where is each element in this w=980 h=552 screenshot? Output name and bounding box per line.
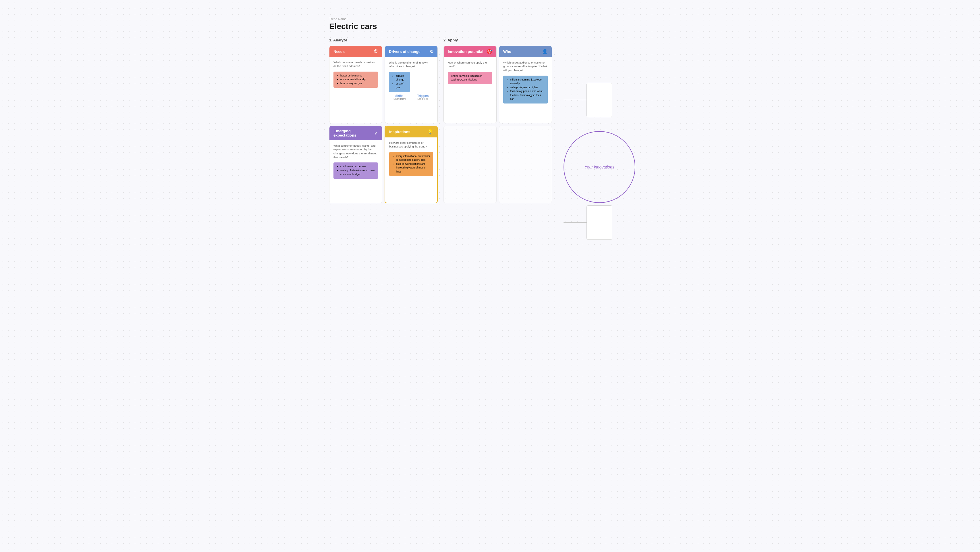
connector-box-top	[587, 83, 612, 117]
needs-list: better performance environmental friendl…	[336, 74, 375, 86]
who-title: Who	[503, 49, 511, 54]
innovations-circle[interactable]: Your innovations	[563, 131, 635, 203]
apply-section: 2. Apply Innovation potential 🎯 How or w…	[444, 38, 552, 203]
who-body: Which target audience or customer groups…	[499, 57, 552, 123]
analyze-section: 1. Analyze Needs ⏱ Which consumer needs …	[329, 38, 438, 203]
innovation-card[interactable]: Innovation potential 🎯 How or where can …	[444, 46, 496, 123]
main-layout: 1. Analyze Needs ⏱ Which consumer needs …	[329, 38, 651, 240]
triggers-col: Triggers Triggers (Long term)	[412, 72, 433, 101]
drivers-item-2: cost of gas	[396, 82, 407, 90]
drivers-card[interactable]: Drivers of change ↻ Why is the trend eme…	[385, 46, 438, 123]
who-icon: 👤	[542, 49, 548, 54]
apply-cards: Innovation potential 🎯 How or where can …	[444, 46, 552, 123]
connector-line-top	[563, 100, 587, 101]
inspirations-card[interactable]: Inspirations 💡 How are other companies o…	[385, 126, 438, 203]
triggers-label-vis: Triggers	[417, 94, 428, 97]
inspirations-sticky: every international automaker is introdu…	[389, 152, 433, 176]
needs-item-1: better performance	[340, 74, 375, 78]
innovation-header: Innovation potential 🎯	[444, 46, 496, 57]
innovations-text: Your innovations	[584, 165, 614, 169]
who-item-1: millenials earning $100,000 annually	[510, 78, 545, 86]
right-section: Your innovations	[563, 48, 635, 240]
apply-label: 2. Apply	[444, 38, 552, 42]
shifts-sub: (Short term)	[393, 97, 406, 101]
who-card[interactable]: Who 👤 Which target audience or customer …	[499, 46, 552, 123]
needs-card[interactable]: Needs ⏱ Which consumer needs or desires …	[329, 46, 382, 123]
who-header: Who 👤	[499, 46, 552, 57]
innovation-title: Innovation potential	[448, 49, 484, 54]
innovation-sticky: long-term vision focused on scaling CO2 …	[448, 72, 492, 84]
needs-question: Which consumer needs or desires do the t…	[334, 61, 378, 68]
drivers-icon: ↻	[430, 49, 433, 54]
drivers-divider	[411, 72, 411, 101]
emerging-item-2: variety of electric cars to meet consume…	[340, 169, 375, 177]
analyze-cards: Needs ⏱ Which consumer needs or desires …	[329, 46, 438, 123]
needs-icon: ⏱	[373, 49, 378, 54]
needs-body: Which consumer needs or desires do the t…	[329, 57, 382, 123]
analyze-bottom-cards: Emerging expectations ✓ What consumer ne…	[329, 126, 438, 203]
emerging-title: Emerging expectations	[334, 129, 374, 137]
drivers-question: Why is the trend emerging now? What does…	[389, 61, 433, 69]
who-item-2: college degree or higher	[510, 86, 545, 90]
connector-top	[563, 83, 635, 117]
apply-bottom-cards	[444, 126, 552, 203]
emerging-sticky: cut down on expenses variety of electric…	[334, 163, 378, 179]
who-item-3: tech-savvy people who want the best tech…	[510, 89, 545, 101]
emerging-body: What consumer needs, wants, and expectat…	[329, 140, 382, 203]
drivers-columns: climate change cost of gas Shifts (Short…	[389, 72, 433, 101]
drivers-sticky: climate change cost of gas	[389, 72, 410, 92]
who-sticky: millenials earning $100,000 annually col…	[503, 76, 548, 104]
innovation-question: How or where can you apply the trend?	[448, 61, 492, 69]
apply-bottom-1[interactable]	[444, 126, 496, 203]
needs-sticky: better performance environmental friendl…	[334, 72, 378, 88]
drivers-list: climate change cost of gas	[392, 74, 407, 90]
trend-title: Electric cars	[329, 22, 651, 31]
connector-bottom	[563, 205, 635, 240]
inspirations-title: Inspirations	[389, 130, 410, 134]
inspirations-header: Inspirations 💡	[385, 126, 437, 137]
emerging-list: cut down on expenses variety of electric…	[336, 165, 375, 177]
connector-box-bottom	[587, 205, 612, 240]
connector-line-bottom	[563, 222, 587, 223]
innovation-icon: 🎯	[487, 49, 492, 54]
inspirations-item-1: every international automaker is introdu…	[396, 155, 430, 162]
inspirations-question: How are other companies or businesses ap…	[389, 141, 433, 148]
needs-title: Needs	[334, 49, 345, 54]
inspirations-body: How are other companies or businesses ap…	[385, 137, 437, 203]
who-list: millenials earning $100,000 annually col…	[506, 78, 545, 101]
trend-label: Trend Name:	[329, 17, 651, 21]
needs-item-3: less money on gas	[340, 81, 375, 86]
needs-header: Needs ⏱	[329, 46, 382, 57]
shifts-label: Shifts	[396, 94, 404, 97]
drivers-header: Drivers of change ↻	[385, 46, 438, 57]
inspirations-item-2: plug-in hybrid options are increasingly …	[396, 162, 430, 174]
canvas: Trend Name: Electric cars 1. Analyze Nee…	[318, 0, 662, 257]
shifts-col: climate change cost of gas Shifts (Short…	[389, 72, 410, 101]
triggers-sub: (Long term)	[417, 97, 430, 101]
emerging-icon: ✓	[374, 131, 378, 136]
drivers-title: Drivers of change	[389, 49, 420, 54]
apply-bottom-2[interactable]	[499, 126, 552, 203]
emerging-item-1: cut down on expenses	[340, 165, 375, 169]
drivers-body: Why is the trend emerging now? What does…	[385, 57, 438, 123]
emerging-header: Emerging expectations ✓	[329, 126, 382, 140]
analyze-label: 1. Analyze	[329, 38, 438, 42]
inspirations-list: every international automaker is introdu…	[392, 155, 430, 174]
inspirations-icon: 💡	[427, 129, 433, 134]
innovation-sticky-text: long-term vision focused on scaling CO2 …	[451, 75, 482, 81]
drivers-item-1: climate change	[396, 74, 407, 82]
emerging-question: What consumer needs, wants, and expectat…	[334, 144, 378, 159]
emerging-card[interactable]: Emerging expectations ✓ What consumer ne…	[329, 126, 382, 203]
who-question: Which target audience or customer groups…	[503, 61, 548, 72]
needs-item-2: environmental friendly	[340, 78, 375, 81]
innovation-body: How or where can you apply the trend? lo…	[444, 57, 496, 123]
